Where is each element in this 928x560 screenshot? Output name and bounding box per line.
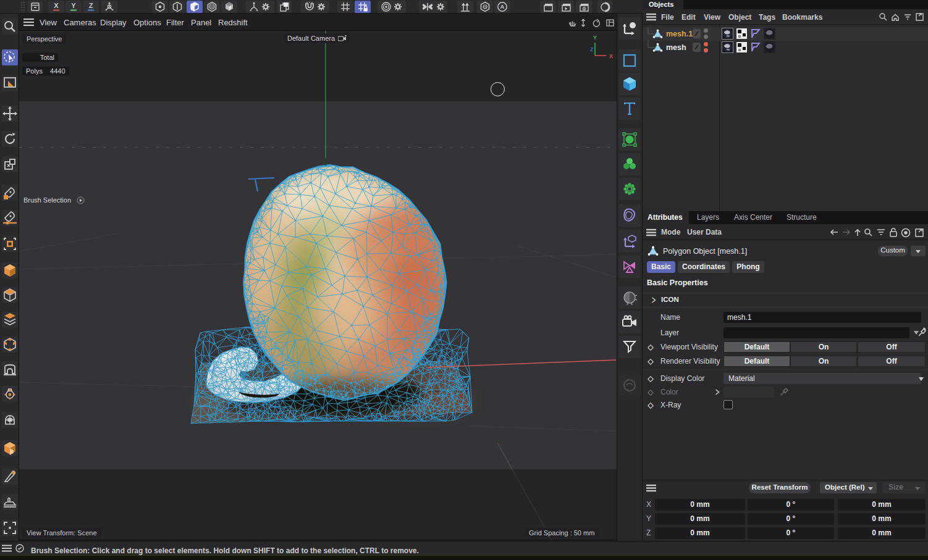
svg-text:A: A <box>500 3 505 10</box>
svg-text:Z: Z <box>89 2 93 9</box>
svg-text:Y: Y <box>593 35 597 41</box>
svg-text:X: X <box>609 53 613 59</box>
svg-text:X: X <box>54 2 59 9</box>
svg-text:Y: Y <box>71 2 76 9</box>
svg-text:Z: Z <box>590 46 594 52</box>
